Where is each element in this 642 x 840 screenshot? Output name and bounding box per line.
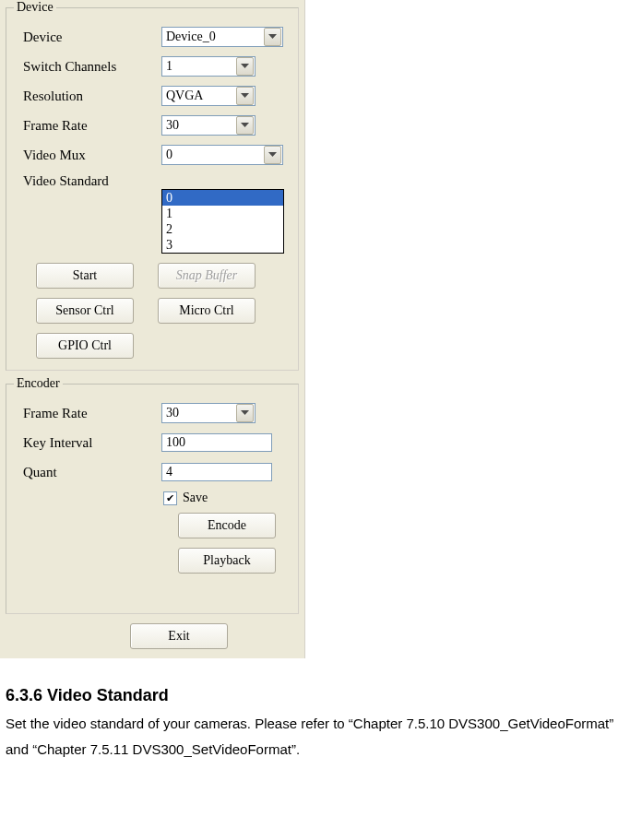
device-legend: Device <box>14 0 56 15</box>
doc-heading: 6.3.6 Video Standard <box>6 686 638 705</box>
button-row-2: Sensor Ctrl Micro Ctrl <box>36 298 291 324</box>
save-label: Save <box>183 491 208 505</box>
chevron-down-icon[interactable] <box>236 116 254 135</box>
label-video-mux: Video Mux <box>14 148 161 163</box>
combo-video-mux-value: 0 <box>162 148 263 162</box>
doc-paragraph: Set the video standard of your cameras. … <box>6 711 638 763</box>
button-row-1: Start Snap Buffer <box>36 263 291 289</box>
dropdown-option[interactable]: 1 <box>162 206 283 221</box>
combo-video-mux[interactable]: 0 <box>161 145 283 165</box>
combo-enc-frame-rate-value: 30 <box>162 406 235 420</box>
combo-device[interactable]: Device_0 <box>161 27 283 47</box>
row-resolution: Resolution QVGA <box>14 83 291 109</box>
label-resolution: Resolution <box>14 89 161 104</box>
quant-input[interactable] <box>161 463 272 481</box>
combo-switch-channels[interactable]: 1 <box>161 56 256 77</box>
chevron-down-icon[interactable] <box>236 87 254 105</box>
start-button[interactable]: Start <box>36 263 134 289</box>
video-mux-dropdown[interactable]: 0 1 2 3 <box>161 189 284 254</box>
label-video-standard: Video Standard <box>14 172 161 189</box>
chevron-down-icon[interactable] <box>264 28 281 46</box>
chevron-down-icon[interactable] <box>264 146 281 164</box>
encoder-legend: Encoder <box>14 376 63 391</box>
label-quant: Quant <box>14 465 161 480</box>
exit-button[interactable]: Exit <box>130 623 228 649</box>
label-frame-rate: Frame Rate <box>14 118 161 134</box>
snap-buffer-button: Snap Buffer <box>158 263 256 289</box>
row-enc-frame-rate: Frame Rate 30 <box>14 400 291 426</box>
row-video-standard: Video Standard <box>14 172 291 189</box>
combo-frame-rate[interactable]: 30 <box>161 115 256 136</box>
gpio-ctrl-button[interactable]: GPIO Ctrl <box>36 333 134 359</box>
dropdown-option[interactable]: 0 <box>162 190 283 206</box>
key-interval-input[interactable] <box>161 433 272 452</box>
exit-row: Exit <box>0 620 304 651</box>
label-enc-frame-rate: Frame Rate <box>14 406 161 421</box>
combo-enc-frame-rate[interactable]: 30 <box>161 403 256 423</box>
encoder-group: Encoder Frame Rate 30 Key Interval Quant… <box>6 376 299 614</box>
encode-button[interactable]: Encode <box>178 513 276 538</box>
document-text: 6.3.6 Video Standard Set the video stand… <box>0 658 642 763</box>
chevron-down-icon[interactable] <box>236 57 254 76</box>
micro-ctrl-button[interactable]: Micro Ctrl <box>158 298 256 324</box>
row-switch-channels: Switch Channels 1 <box>14 53 291 79</box>
combo-frame-rate-value: 30 <box>162 118 235 133</box>
playback-button[interactable]: Playback <box>178 548 276 574</box>
combo-switch-channels-value: 1 <box>162 59 235 74</box>
combo-resolution[interactable]: QVGA <box>161 86 256 106</box>
encoder-buttons: Encode Playback <box>178 513 291 574</box>
app-panel: Device Device Device_0 Switch Channels 1… <box>0 0 305 658</box>
combo-device-value: Device_0 <box>162 30 263 44</box>
save-checkbox[interactable]: ✔ <box>163 491 177 505</box>
label-device: Device <box>14 30 161 45</box>
dropdown-option[interactable]: 3 <box>162 237 283 253</box>
label-key-interval: Key Interval <box>14 435 161 451</box>
sensor-ctrl-button[interactable]: Sensor Ctrl <box>36 298 134 324</box>
row-key-interval: Key Interval <box>14 430 291 455</box>
button-row-3: GPIO Ctrl <box>36 333 291 359</box>
row-video-mux: Video Mux 0 <box>14 142 291 168</box>
row-device: Device Device_0 <box>14 24 291 50</box>
label-switch-channels: Switch Channels <box>14 59 161 75</box>
combo-resolution-value: QVGA <box>162 89 235 103</box>
device-group: Device Device Device_0 Switch Channels 1… <box>6 0 299 371</box>
row-quant: Quant <box>14 459 291 485</box>
save-checkbox-row: ✔ Save <box>163 491 291 505</box>
chevron-down-icon[interactable] <box>236 404 254 422</box>
dropdown-option[interactable]: 2 <box>162 221 283 237</box>
row-frame-rate: Frame Rate 30 <box>14 112 291 138</box>
